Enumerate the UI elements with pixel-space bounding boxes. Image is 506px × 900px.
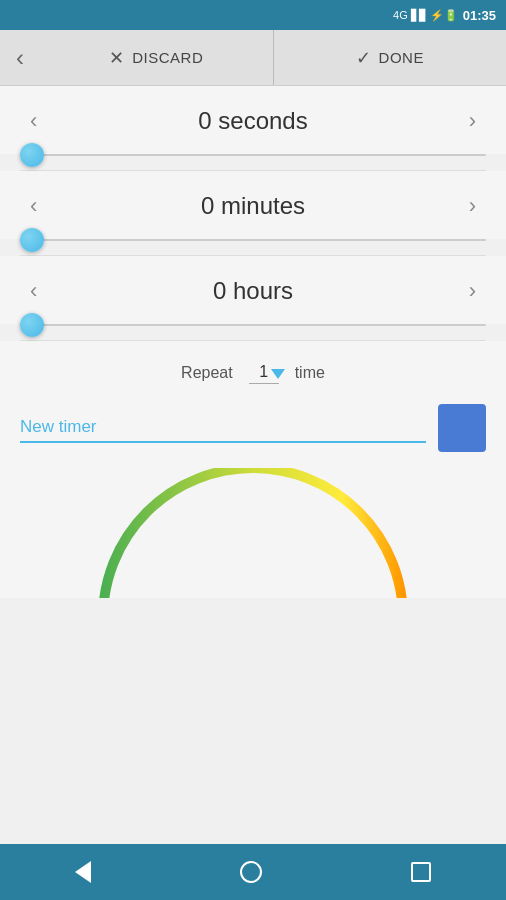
repeat-label: Repeat [181,364,233,382]
arc-visualization [83,468,423,598]
seconds-prev-button[interactable]: ‹ [20,104,47,138]
done-icon: ✓ [356,47,371,69]
hours-slider[interactable] [20,324,486,326]
repeat-unit: time [295,364,325,382]
battery-icon: ⚡🔋 [430,9,458,22]
seconds-slider-container [0,154,506,170]
minutes-next-button[interactable]: › [459,189,486,223]
minutes-label: 0 minutes [47,192,458,220]
hours-section: ‹ 0 hours › [0,256,506,324]
minutes-slider[interactable] [20,239,486,241]
name-section [0,394,506,468]
seconds-slider[interactable] [20,154,486,156]
done-label: DONE [379,49,424,66]
back-nav-icon [75,861,91,883]
done-button[interactable]: ✓ DONE [274,30,507,85]
hours-prev-button[interactable]: ‹ [20,274,47,308]
repeat-value[interactable]: 1 [249,361,279,384]
hours-slider-container [0,324,506,340]
home-nav-button[interactable] [220,853,282,891]
back-button[interactable]: ‹ [0,30,40,85]
seconds-section: ‹ 0 seconds › [0,86,506,154]
seconds-label: 0 seconds [47,107,458,135]
seconds-next-button[interactable]: › [459,104,486,138]
hours-label: 0 hours [47,277,458,305]
action-bar: ‹ ✕ DISCARD ✓ DONE [0,30,506,86]
clock: 01:35 [463,8,496,23]
home-nav-icon [240,861,262,883]
back-nav-button[interactable] [55,853,111,891]
signal-icon: 4G [393,9,408,21]
minutes-slider-thumb[interactable] [20,228,44,252]
status-bar: 4G ▋▊ ⚡🔋 01:35 [0,0,506,30]
arc-section [0,468,506,598]
discard-label: DISCARD [132,49,203,66]
minutes-section: ‹ 0 minutes › [0,171,506,239]
seconds-row: ‹ 0 seconds › [20,104,486,138]
recents-nav-icon [411,862,431,882]
minutes-slider-container [0,239,506,255]
discard-icon: ✕ [109,47,124,69]
nav-bar [0,844,506,900]
timer-name-input[interactable] [20,413,426,443]
seconds-slider-thumb[interactable] [20,143,44,167]
minutes-prev-button[interactable]: ‹ [20,189,47,223]
minutes-row: ‹ 0 minutes › [20,189,486,223]
recents-nav-button[interactable] [391,854,451,890]
back-icon: ‹ [16,44,24,72]
discard-button[interactable]: ✕ DISCARD [40,30,274,85]
repeat-section: Repeat 1 time [0,341,506,394]
hours-slider-thumb[interactable] [20,313,44,337]
signal-bars: ▋▊ [411,9,427,22]
color-swatch[interactable] [438,404,486,452]
hours-row: ‹ 0 hours › [20,274,486,308]
status-icons: 4G ▋▊ ⚡🔋 [393,9,458,22]
hours-next-button[interactable]: › [459,274,486,308]
